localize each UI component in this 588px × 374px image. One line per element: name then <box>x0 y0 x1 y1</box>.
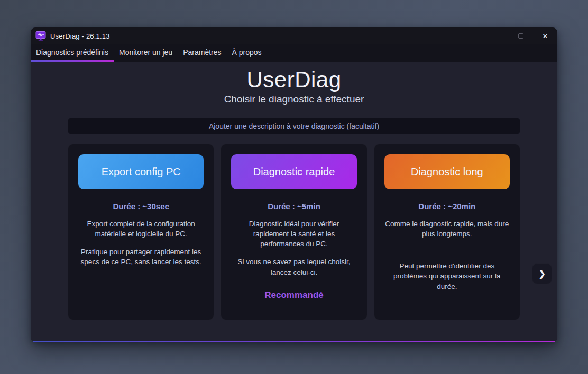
card-export-config-pc: Export config PC Durée : ~30sec Export c… <box>68 144 214 320</box>
title-bar: UserDiag - 26.1.13 ✕ <box>31 27 557 44</box>
app-icon <box>35 31 46 41</box>
minimize-button[interactable] <box>484 27 509 44</box>
card-description: Pratique pour partager rapidement les sp… <box>78 247 204 267</box>
diagnostic-rapide-button[interactable]: Diagnostic rapide <box>231 154 356 189</box>
duration-label: Durée : ~20min <box>418 202 475 211</box>
export-config-pc-button[interactable]: Export config PC <box>78 154 204 189</box>
card-description: Si vous ne savez pas lequel choisir, lan… <box>231 257 356 277</box>
tab-label: À propos <box>232 48 262 57</box>
maximize-icon <box>518 33 523 39</box>
close-icon: ✕ <box>543 33 548 40</box>
card-description: Diagnostic idéal pour vérifier rapidemen… <box>231 219 356 249</box>
tab-diagnostics-predefinis[interactable]: Diagnostics prédéfinis <box>31 44 114 62</box>
app-window: UserDiag - 26.1.13 ✕ Diagnostics prédéfi… <box>31 27 557 342</box>
close-button[interactable]: ✕ <box>533 27 557 44</box>
page-subtitle: Choisir le diagnostic à effectuer <box>224 94 364 105</box>
carousel-next-button[interactable]: ❯ <box>532 263 552 284</box>
minimize-icon <box>494 36 500 36</box>
chevron-right-icon: ❯ <box>538 269 546 278</box>
window-title: UserDiag - 26.1.13 <box>50 32 484 40</box>
card-diagnostic-long: Diagnostic long Durée : ~20min Comme le … <box>374 144 520 320</box>
maximize-button[interactable] <box>509 27 533 44</box>
tab-monitorer-un-jeu[interactable]: Monitorer un jeu <box>114 44 178 62</box>
page-title: UserDiag <box>246 67 341 92</box>
tab-parametres[interactable]: Paramètres <box>178 44 226 62</box>
tab-bar: Diagnostics prédéfinis Monitorer un jeu … <box>31 44 557 62</box>
bottom-accent-bar <box>31 341 557 342</box>
tab-label: Paramètres <box>183 48 221 57</box>
card-diagnostic-rapide: Diagnostic rapide Durée : ~5min Diagnost… <box>221 144 367 320</box>
window-controls: ✕ <box>484 27 557 44</box>
duration-label: Durée : ~5min <box>268 202 320 211</box>
diagnostic-long-button[interactable]: Diagnostic long <box>384 154 510 189</box>
duration-label: Durée : ~30sec <box>113 202 169 211</box>
card-description: Peut permettre d'identifier des problème… <box>384 261 510 291</box>
tab-label: Diagnostics prédéfinis <box>36 48 108 57</box>
recommended-badge: Recommandé <box>264 290 323 301</box>
tab-label: Monitorer un jeu <box>119 48 172 57</box>
main-content: UserDiag Choisir le diagnostic à effectu… <box>31 62 557 341</box>
diagnostic-cards: Export config PC Durée : ~30sec Export c… <box>68 144 520 320</box>
tab-a-propos[interactable]: À propos <box>227 44 267 62</box>
card-description: Comme le diagnostic rapide, mais dure pl… <box>384 219 510 239</box>
card-description: Export complet de la configuration matér… <box>78 219 204 239</box>
description-input[interactable] <box>68 118 520 134</box>
